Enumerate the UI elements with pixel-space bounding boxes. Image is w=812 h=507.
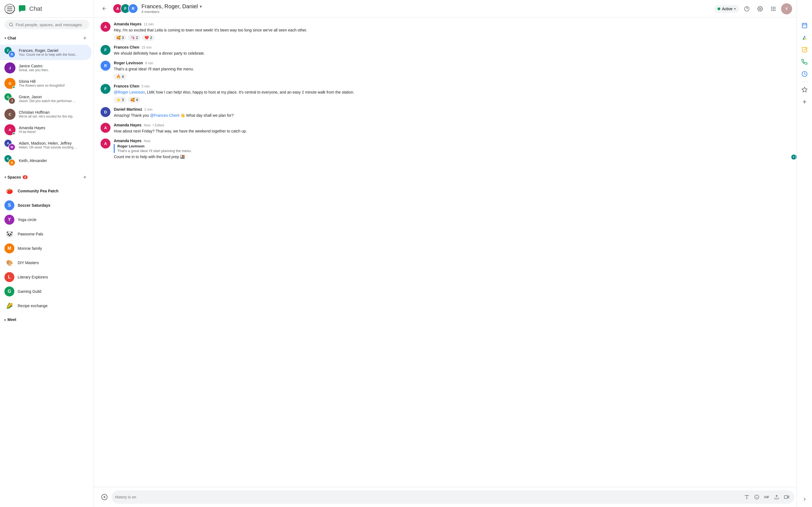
spaces-list: 🍅 Community Pea Patch S Soccer Saturdays… (0, 184, 94, 313)
chat-item-gloria-hill[interactable]: G Gloria Hill The flowers were so though… (0, 76, 91, 91)
phone-icon-btn[interactable] (799, 56, 810, 67)
main-chat-area: A F R Frances, Roger, Daniel ▾ 4 members… (94, 0, 812, 507)
space-item-soccer-saturdays[interactable]: S Soccer Saturdays (0, 198, 91, 213)
plus-icon-btn[interactable] (799, 96, 810, 107)
svg-rect-19 (773, 7, 774, 8)
message-avatar: D (101, 107, 110, 117)
message-header: Amanda Hayes Now • Edited (114, 123, 805, 127)
meet-section-label: Meet (7, 318, 16, 322)
video-icon (784, 495, 789, 500)
gif-button[interactable]: GIF (762, 493, 771, 502)
todo-icon-btn[interactable] (799, 68, 810, 79)
message-avatar: F (101, 45, 110, 55)
new-space-button[interactable]: + (81, 173, 89, 182)
message-author: Frances Chen (114, 84, 140, 88)
group-avatar-2: J (8, 97, 15, 104)
quote-text: That's a great idea! I'll start planning… (117, 149, 805, 153)
space-item-gaming-guild[interactable]: G Gaming Guild (0, 284, 91, 299)
meet-section-header[interactable]: ▸ Meet (0, 315, 94, 324)
message-input[interactable] (115, 495, 743, 499)
user-avatar-button[interactable]: Y (781, 3, 792, 14)
help-button[interactable] (741, 3, 752, 14)
upload-button[interactable] (772, 493, 781, 502)
space-name: Community Pea Patch (18, 189, 59, 193)
new-chat-button[interactable]: + (81, 34, 89, 43)
star-icon-btn[interactable] (799, 84, 810, 95)
search-input[interactable] (15, 22, 85, 27)
apps-button[interactable] (768, 3, 779, 14)
chat-logo-icon (17, 4, 27, 14)
add-content-button[interactable] (99, 492, 109, 502)
chat-name: Frances, Roger, Daniel (19, 48, 87, 53)
svg-point-17 (760, 8, 761, 10)
message-time: Now (144, 139, 150, 143)
tasks-icon-btn[interactable] (799, 44, 810, 55)
message-time: Now (144, 123, 150, 127)
search-bar[interactable] (4, 20, 89, 29)
message-author: Amanda Hayes (114, 123, 141, 127)
app-title: Chat (29, 5, 42, 12)
space-item-recipe-exchange[interactable]: 🌽 Recipe exchange (0, 299, 91, 313)
reaction-3[interactable]: ❤️2 (142, 35, 154, 41)
space-name: DIY Masters (18, 261, 39, 265)
svg-marker-10 (788, 496, 789, 498)
spaces-section-header[interactable]: ▾ Spaces 2 + (0, 171, 94, 184)
message-text: Amazing! Thank you @Frances Chen! 👋 What… (114, 113, 805, 118)
calendar-icon-btn[interactable] (799, 20, 810, 31)
chat-preview: We're all set. He's excited for the trip… (19, 115, 87, 118)
apps-grid-icon (771, 6, 776, 12)
chat-item-christian-hoffman[interactable]: C Christian Hoffman We're all set. He's … (0, 107, 91, 122)
message-time: 15 min (142, 46, 152, 49)
drive-icon-btn[interactable] (799, 32, 810, 43)
svg-rect-24 (771, 10, 772, 11)
chat-item-frances-roger-daniel[interactable]: F R Frances, Roger, Daniel You: Count me… (0, 45, 91, 60)
space-item-literary-explorers[interactable]: L Literary Explorers (0, 270, 91, 284)
space-item-pawsome-pals[interactable]: 🐼 Pawsome Pals (0, 227, 91, 241)
space-name: Yoga circle (18, 218, 37, 222)
message-input-wrapper[interactable]: GIF (112, 491, 794, 504)
reaction-1[interactable]: 🥰3 (114, 35, 126, 41)
chat-section-header[interactable]: ▾ Chat + (0, 32, 94, 45)
reaction-love[interactable]: 🥰4 (128, 97, 140, 103)
meet-chevron-icon: ▸ (4, 318, 6, 322)
hamburger-menu[interactable] (4, 4, 15, 14)
svg-rect-21 (771, 8, 772, 9)
status-dot (717, 7, 720, 10)
reaction-star[interactable]: ⭐3 (114, 97, 126, 103)
space-item-yoga-circle[interactable]: Y Yoga circle (0, 213, 91, 227)
format-text-button[interactable] (743, 493, 751, 502)
space-icon: 🎨 (4, 258, 14, 268)
tasks-icon (802, 47, 808, 53)
chat-item-grace-jason[interactable]: G J Grace, Jason Jason: Did you watch th… (0, 91, 91, 107)
message-content: Frances Chen 5 min @Roger Levinson, LMK … (114, 84, 805, 103)
chat-name: Christian Hoffman (19, 110, 87, 115)
online-indicator (12, 86, 15, 89)
message-content: Daniel Martinez 2 min Amazing! Thank you… (114, 107, 805, 118)
help-icon (744, 6, 750, 12)
chat-item-adam-group[interactable]: A M Adam, Madison, Helen, Jeffrey Helen:… (0, 137, 91, 153)
space-name: Soccer Saturdays (18, 203, 50, 208)
reaction-2[interactable]: 🦄2 (128, 35, 140, 41)
back-button[interactable] (99, 4, 109, 13)
more-icon-btn[interactable] (799, 494, 810, 505)
chat-item-janice-castro[interactable]: J Janice Castro Great, see you then. (0, 60, 91, 76)
chat-item-amanda-hayes[interactable]: A Amanda Hayes I'll be there! (0, 122, 91, 137)
group-avatar-2: M (8, 144, 15, 151)
message-header: Roger Levinson 8 min (114, 61, 805, 65)
space-item-diy-masters[interactable]: 🎨 DIY Masters (0, 256, 91, 270)
settings-button[interactable] (755, 3, 766, 14)
emoji-button[interactable] (752, 493, 761, 502)
message-7: A Amanda Hayes Now Roger Levinson That's… (101, 138, 805, 160)
chat-name: Janice Castro (19, 64, 87, 68)
chat-section-label: Chat (7, 36, 81, 40)
reaction-fire[interactable]: 🔥4 (114, 74, 126, 79)
space-icon: L (4, 272, 14, 282)
chat-title[interactable]: Frances, Roger, Daniel ▾ (141, 3, 807, 10)
space-item-community-pea-patch[interactable]: 🍅 Community Pea Patch (0, 184, 91, 198)
chevron-right-icon (802, 497, 807, 502)
status-button[interactable]: Active ▾ (714, 5, 739, 13)
video-button[interactable] (782, 493, 791, 502)
message-header: Frances Chen 5 min (114, 84, 805, 88)
space-item-monroe-family[interactable]: M Monroe family (0, 241, 91, 256)
chat-item-keith-alexander[interactable]: K A Keith, Alexander (0, 153, 91, 168)
